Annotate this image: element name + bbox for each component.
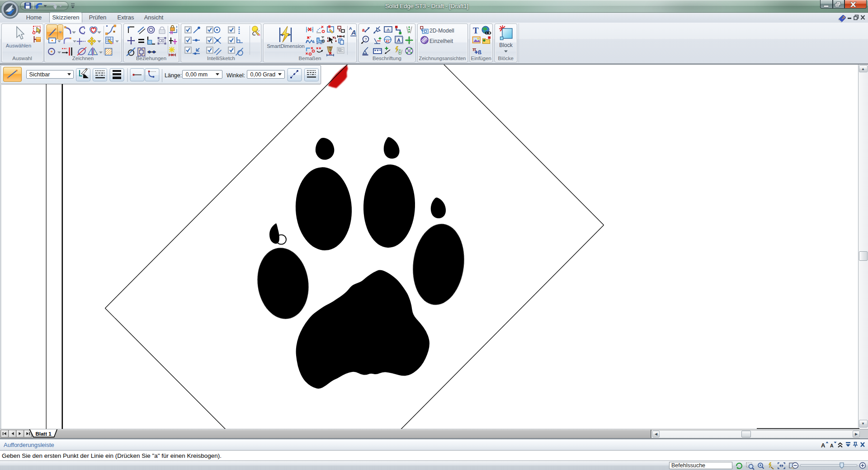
svg-text:A: A	[830, 443, 834, 448]
svg-text:ß: ß	[478, 49, 481, 56]
svg-text:T: T	[473, 26, 479, 35]
svg-text:a: a	[362, 28, 365, 33]
svg-text:SmartDimension: SmartDimension	[267, 43, 305, 49]
svg-text:Auswählen: Auswählen	[5, 43, 31, 48]
svg-text:Block: Block	[499, 42, 513, 48]
svg-text:Blatt 1: Blatt 1	[35, 431, 52, 437]
svg-text:2D-Modell: 2D-Modell	[429, 28, 454, 34]
svg-text:A: A	[351, 28, 356, 36]
svg-text:-A-: -A-	[386, 28, 391, 32]
svg-text:A: A	[397, 38, 401, 43]
svg-text:?: ?	[365, 37, 367, 42]
svg-text:Einzelheit: Einzelheit	[429, 38, 453, 44]
svg-text:A: A	[821, 442, 826, 449]
svg-text:A1: A1	[386, 40, 390, 43]
